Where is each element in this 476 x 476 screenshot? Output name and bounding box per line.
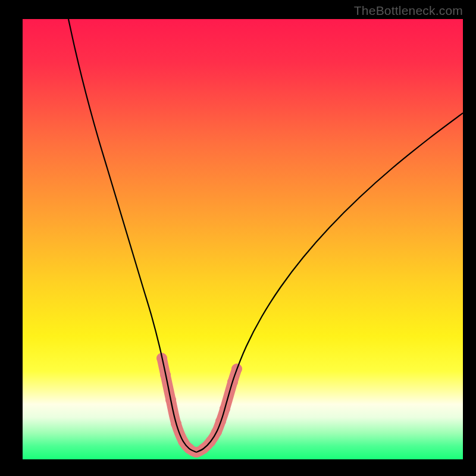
plot-area [23, 19, 463, 459]
watermark-text: TheBottleneck.com [354, 4, 463, 18]
marker-group [156, 353, 242, 458]
curve-layer [23, 19, 463, 459]
left-curve [68, 19, 196, 452]
right-curve [196, 113, 463, 452]
chart-frame: TheBottleneck.com [0, 0, 476, 476]
